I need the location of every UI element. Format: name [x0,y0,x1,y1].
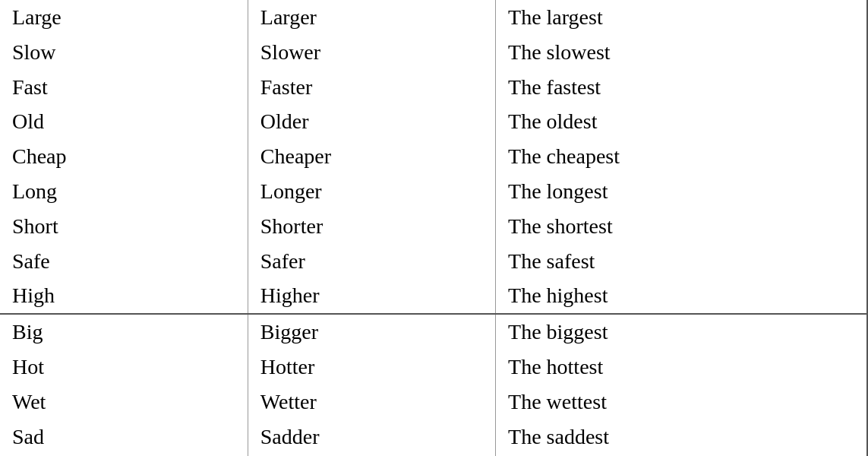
comparative-cell: Longer [248,174,495,209]
adjective-cell: Cheap [0,139,248,174]
adjective-cell: Wet [0,385,248,420]
superlative-cell: The oldest [496,104,867,139]
superlative-cell: The highest [496,278,867,314]
adjective-cell: Short [0,209,248,244]
comparative-cell: Slower [248,35,495,70]
superlative-cell: The shortest [496,209,867,244]
adjective-cell: Long [0,174,248,209]
adjective-cell: Hot [0,350,248,385]
superlative-cell: The hottest [496,350,867,385]
comparative-cell: Safer [248,244,495,279]
comparative-cell: Bigger [248,314,495,350]
adjective-cell: Slow [0,35,248,70]
comparative-cell: Sadder [248,420,495,454]
adjective-cell: Big [0,314,248,350]
comparative-cell: Higher [248,278,495,314]
superlative-cell: The cheapest [496,139,867,174]
comparative-cell: Faster [248,70,495,105]
comparative-cell: Wetter [248,385,495,420]
comparative-cell: Older [248,104,495,139]
adjectives-table: LargeLargerThe largestSlowSlowerThe slow… [0,0,868,456]
adjective-cell: Large [0,0,248,35]
adjective-cell: High [0,278,248,314]
main-container: LargeLargerThe largestSlowSlowerThe slow… [0,0,868,456]
superlative-cell: The saddest [496,420,867,454]
comparative-cell: Shorter [248,209,495,244]
superlative-cell: The largest [496,0,867,35]
adjective-cell: Fast [0,70,248,105]
superlative-cell: The fastest [496,70,867,105]
adjective-cell: Safe [0,244,248,279]
superlative-cell: The slowest [496,35,867,70]
superlative-cell: The wettest [496,385,867,420]
comparative-cell: Larger [248,0,495,35]
superlative-cell: The longest [496,174,867,209]
adjective-cell: Sad [0,420,248,454]
comparative-cell: Cheaper [248,139,495,174]
comparative-cell: Hotter [248,350,495,385]
superlative-cell: The safest [496,244,867,279]
superlative-cell: The biggest [496,314,867,350]
adjective-cell: Old [0,104,248,139]
